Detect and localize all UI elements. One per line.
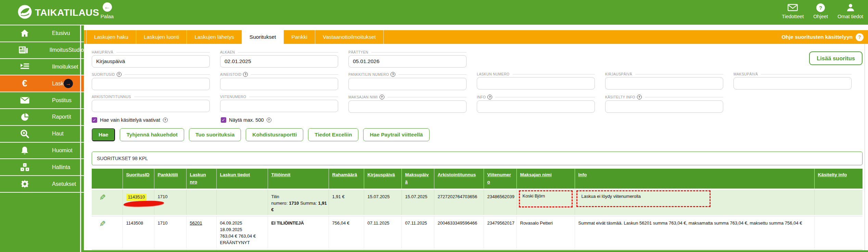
- sidebar: Etusivu IlmoitusStudio Ilmoitukset € Las…: [0, 25, 84, 252]
- tuo-suorituksia-button[interactable]: Tuo suorituksia: [189, 128, 241, 141]
- results-count: SUORITUKSET 98 KPL: [97, 156, 148, 161]
- maksupaiva-input[interactable]: [733, 77, 852, 89]
- hae-paytrail-button[interactable]: Hae Paytrail viitteellä: [363, 128, 429, 141]
- search-plus-icon: [17, 129, 32, 138]
- scrollbar[interactable]: [865, 44, 865, 252]
- sidebar-item-haut[interactable]: Haut: [0, 126, 84, 143]
- col-laskun-tiedot[interactable]: Laskun tiedot: [216, 169, 268, 189]
- hae-vain-kasiteltava-checkbox[interactable]: ✓ Hae vain käsittelyä vaativat ?: [92, 117, 221, 123]
- tabbar: Laskujen haku Laskujen luonti Laskujen l…: [84, 30, 868, 44]
- tab-laskujen-haku[interactable]: Laskujen haku: [86, 30, 136, 44]
- maksajan-nimi-field: MAKSAJAN NIMI?: [348, 95, 467, 113]
- filter-row-1: HAKUPÄIVÄ Kirjauspäivä ALKAEN 02.01.2025…: [92, 50, 863, 68]
- col-maksupaiva[interactable]: Maksupäivä: [401, 169, 434, 189]
- help-icon[interactable]: ?: [243, 72, 248, 77]
- tab-pankki[interactable]: Pankki: [284, 30, 315, 44]
- col-kasitelty-info[interactable]: Käsitelty info: [814, 169, 863, 189]
- help-icon[interactable]: ?: [380, 95, 384, 99]
- app-title: TAIKATILAUS: [35, 7, 99, 18]
- viitenumero-input[interactable]: [220, 100, 338, 112]
- tab-laskujen-lahetys[interactable]: Laskujen lähetys: [187, 30, 242, 44]
- col-rahamaara[interactable]: Rahamäärä: [329, 169, 364, 189]
- paattyen-input[interactable]: 05.01.2026: [348, 55, 467, 68]
- action-buttons: Hae Tyhjennä hakuehdot Tuo suorituksia K…: [92, 128, 863, 141]
- col-arkistointitunnus[interactable]: Arkistointitunnus: [434, 169, 484, 189]
- col-tilioinnit[interactable]: Tiliöinnit: [268, 169, 329, 189]
- gear-icon: [17, 180, 32, 188]
- pie-chart-icon: [17, 113, 32, 121]
- viitenumero-field: VIITENUMERO: [220, 95, 338, 113]
- col-pankkitili[interactable]: Pankkitili: [154, 169, 186, 189]
- alkaen-input[interactable]: 02.01.2025: [220, 55, 338, 68]
- table-row: ✎ 1143510 1710 Tilin numero:1710Summa:1,…: [92, 189, 863, 216]
- edit-pencil-icon[interactable]: ✎: [99, 194, 106, 202]
- maksajan-nimi-input[interactable]: [348, 100, 467, 113]
- sidebar-item-postitus[interactable]: Postitus: [0, 92, 84, 109]
- hae-button[interactable]: Hae: [92, 128, 115, 141]
- help-link[interactable]: Ohje suoritusten käsittelyyn ?: [781, 30, 868, 44]
- ohjeet-button[interactable]: ? Ohjeet: [813, 3, 828, 19]
- col-info[interactable]: Info: [575, 169, 814, 189]
- sidebar-item-laskut[interactable]: € Laskut →: [0, 75, 84, 92]
- topbar: TAIKATILAUS ← Palaa Tiedotteet ? Ohjeet …: [0, 0, 868, 25]
- laskun-nro-link[interactable]: 56201: [190, 220, 202, 226]
- question-circle-icon: ?: [856, 33, 864, 41]
- sidebar-item-ilmoitukset[interactable]: Ilmoitukset: [0, 59, 84, 76]
- help-icon[interactable]: ?: [391, 72, 395, 77]
- sidebar-item-huomiot[interactable]: Huomiot: [0, 143, 84, 159]
- omat-tiedot-button[interactable]: Omat tiedot: [838, 3, 863, 19]
- search-filters: HAKUPÄIVÄ Kirjauspäivä ALKAEN 02.01.2025…: [92, 50, 863, 123]
- tiedotteet-button[interactable]: Tiedotteet: [782, 3, 804, 19]
- edit-pencil-icon[interactable]: ✎: [99, 220, 106, 228]
- tab-suoritukset[interactable]: Suoritukset: [242, 30, 284, 44]
- help-icon[interactable]: ?: [267, 118, 271, 122]
- sidebar-divider: [80, 25, 81, 252]
- col-edit: [92, 169, 123, 189]
- tiedotteet-label: Tiedotteet: [782, 14, 804, 19]
- open-submenu-arrow-icon[interactable]: →: [64, 79, 73, 88]
- tyhjenna-hakuehdot-button[interactable]: Tyhjennä hakuehdot: [120, 128, 184, 141]
- red-dashed-annotation: Koski Björn: [519, 190, 573, 207]
- col-viitenumero[interactable]: Viitenumero: [484, 169, 516, 189]
- nayta-max-checkbox[interactable]: ✓ Näytä max. 500 ?: [221, 117, 350, 123]
- checkbox-checked-icon: ✓: [221, 117, 226, 123]
- sidebar-item-etusivu[interactable]: Etusivu: [0, 25, 84, 42]
- leaf-logo-icon: [18, 5, 32, 20]
- tiedot-exceliin-button[interactable]: Tiedot Exceliin: [308, 128, 358, 141]
- pankkitilin-numero-field: PANKKITILIN NUMERO?: [348, 72, 467, 90]
- sidebar-item-hallinta[interactable]: Hallinta: [0, 159, 84, 176]
- kasitelty-info-field: KÄSITELTY INFO?: [605, 95, 723, 113]
- back-button[interactable]: ← Palaa: [95, 2, 119, 19]
- hakupaiva-select[interactable]: Kirjauspäivä: [92, 55, 210, 68]
- alkaen-field: ALKAEN 02.01.2025: [220, 50, 338, 68]
- col-kirjauspaiva[interactable]: Kirjauspäivä: [364, 169, 401, 189]
- help-icon[interactable]: ?: [637, 95, 642, 99]
- ohjeet-label: Ohjeet: [813, 14, 828, 19]
- arkistointitunnus-input[interactable]: [92, 100, 210, 112]
- col-laskun-nro[interactable]: Laskun nro: [186, 169, 216, 189]
- kohdistusraportti-button[interactable]: Kohdistusraportti: [246, 128, 303, 141]
- col-suoritusid[interactable]: SuoritusID: [123, 169, 154, 189]
- app-root: TAIKATILAUS ← Palaa Tiedotteet ? Ohjeet …: [0, 0, 868, 252]
- paattyen-field: PÄÄTTYEN 05.01.2026: [348, 50, 467, 68]
- help-icon[interactable]: ?: [117, 72, 122, 77]
- help-icon[interactable]: ?: [487, 95, 492, 99]
- checkbox-row: ✓ Hae vain käsittelyä vaativat ? ✓ Näytä…: [92, 117, 863, 123]
- col-maksajan-nimi[interactable]: Maksajan nimi: [516, 169, 575, 189]
- lisaa-suoritus-button[interactable]: Lisää suoritus: [809, 51, 863, 65]
- aineistoid-input[interactable]: [220, 78, 338, 90]
- tab-vastaanottoilmoitukset[interactable]: Vastaanottoilmoitukset: [315, 30, 384, 44]
- tab-laskujen-luonti[interactable]: Laskujen luonti: [136, 30, 187, 44]
- sidebar-item-asetukset[interactable]: Asetukset: [0, 176, 84, 193]
- sidebar-item-ilmoitusstudio[interactable]: IlmoitusStudio: [0, 42, 84, 59]
- maksupaiva-field: MAKSUPÄIVÄ: [733, 72, 852, 90]
- table-row: ✎ 1143508 1710 56201 04.09.2025 18.09.20…: [92, 216, 863, 249]
- pankkitilin-numero-input[interactable]: [348, 78, 467, 90]
- help-icon[interactable]: ?: [163, 118, 168, 122]
- kirjauspaiva-input[interactable]: [605, 77, 723, 89]
- sidebar-item-raportit[interactable]: Raportit: [0, 109, 84, 126]
- laskun-numero-input[interactable]: [477, 77, 595, 89]
- info-input[interactable]: [477, 100, 595, 113]
- suoritusid-input[interactable]: [92, 78, 210, 90]
- kasitelty-info-input[interactable]: [605, 100, 723, 113]
